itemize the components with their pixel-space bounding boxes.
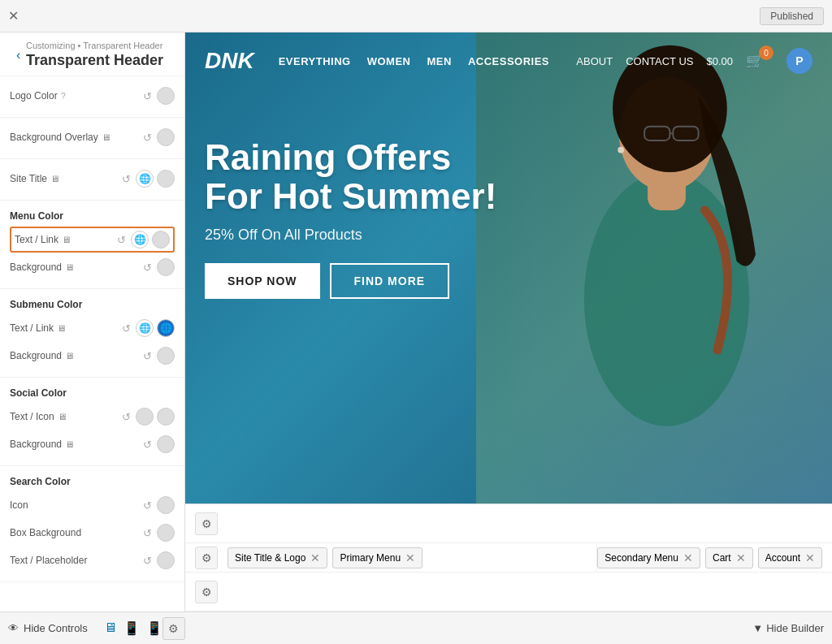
breadcrumb: Customizing • Transparent Header bbox=[26, 41, 175, 50]
submenu-background-reset[interactable]: ↺ bbox=[141, 348, 154, 364]
search-icon-swatch[interactable] bbox=[157, 496, 175, 514]
social-background-row: Background 🖥 ↺ bbox=[10, 431, 175, 457]
published-badge: Published bbox=[760, 7, 824, 25]
menu-text-link-globe[interactable]: 🌐 bbox=[131, 231, 149, 249]
submenu-background-label: Background 🖥 bbox=[10, 350, 141, 361]
monitor-icon: 🖥 bbox=[102, 132, 110, 142]
text-placeholder-controls: ↺ bbox=[141, 551, 175, 569]
logo-color-label: Logo Color ? bbox=[10, 90, 141, 102]
social-text-icon-swatch2[interactable] bbox=[157, 408, 175, 426]
menu-background-label: Background 🖥 bbox=[10, 261, 141, 273]
main-layout: ‹ Customizing • Transparent Header Trans… bbox=[0, 32, 832, 612]
builder-tag-site-title-logo: Site Title & Logo ✕ bbox=[228, 547, 327, 568]
menu-text-link-reset[interactable]: ↺ bbox=[115, 232, 128, 248]
cart-price[interactable]: $0.00 bbox=[706, 55, 733, 67]
shop-now-button[interactable]: SHOP NOW bbox=[205, 263, 320, 299]
social-text-icon-reset[interactable]: ↺ bbox=[120, 409, 132, 425]
menu-background-swatch[interactable] bbox=[157, 258, 175, 276]
background-overlay-row: Background Overlay 🖥 ↺ bbox=[10, 124, 175, 150]
menu-text-link-controls: ↺ 🌐 bbox=[115, 231, 170, 249]
help-icon[interactable]: ? bbox=[61, 91, 66, 101]
monitor-icon-8: 🖥 bbox=[65, 439, 74, 449]
close-button[interactable]: ✕ bbox=[8, 8, 19, 24]
builder-tag-close-site-title[interactable]: ✕ bbox=[310, 551, 320, 564]
bg-overlay-swatch[interactable] bbox=[157, 128, 175, 146]
box-background-reset[interactable]: ↺ bbox=[141, 525, 154, 541]
logo-color-controls: ↺ bbox=[141, 87, 175, 105]
builder-bar: ⚙ ⚙ Site Title & Logo ✕ Primary Menu ✕ bbox=[185, 504, 832, 612]
nav-link-accessories[interactable]: ACCESSORIES bbox=[468, 55, 549, 67]
background-overlay-section: Background Overlay 🖥 ↺ bbox=[0, 118, 184, 159]
builder-gear-2[interactable]: ⚙ bbox=[195, 547, 218, 569]
box-background-controls: ↺ bbox=[141, 524, 175, 542]
hero-nav-right: ABOUT CONTACT US $0.00 🛒 0 P bbox=[576, 48, 812, 74]
hide-builder-button[interactable]: ▼ Hide Builder bbox=[752, 622, 824, 634]
nav-link-men[interactable]: MEN bbox=[427, 55, 451, 67]
builder-row-2: ⚙ Site Title & Logo ✕ Primary Menu ✕ Sec… bbox=[185, 543, 832, 573]
builder-tag-label-primary-menu: Primary Menu bbox=[340, 552, 401, 564]
submenu-globe-2[interactable]: 🌐 bbox=[157, 319, 175, 337]
menu-background-controls: ↺ bbox=[141, 258, 175, 276]
menu-text-link-row: Text / Link 🖥 ↺ 🌐 bbox=[10, 227, 175, 253]
hide-builder-icon: ▼ bbox=[752, 622, 763, 634]
site-title-reset[interactable]: ↺ bbox=[120, 171, 132, 187]
monitor-icon-4: 🖥 bbox=[65, 262, 74, 272]
submenu-background-swatch[interactable] bbox=[157, 347, 175, 365]
tablet-device-icon[interactable]: 📱 bbox=[124, 620, 140, 636]
hero-heading-line2: For Hot Summer! bbox=[205, 176, 496, 216]
logo-reset-button[interactable]: ↺ bbox=[141, 89, 154, 104]
menu-background-reset[interactable]: ↺ bbox=[141, 260, 154, 275]
menu-text-link-swatch[interactable] bbox=[152, 231, 170, 249]
bg-overlay-reset-button[interactable]: ↺ bbox=[141, 130, 154, 145]
box-background-swatch[interactable] bbox=[157, 524, 175, 542]
hero-content: Raining Offers For Hot Summer! 25% Off O… bbox=[205, 138, 496, 299]
text-placeholder-reset[interactable]: ↺ bbox=[141, 553, 154, 568]
background-overlay-controls: ↺ bbox=[141, 128, 175, 146]
submenu-text-link-reset[interactable]: ↺ bbox=[120, 321, 132, 336]
hide-controls-button[interactable]: 👁 Hide Controls bbox=[8, 622, 88, 634]
builder-gear-3[interactable]: ⚙ bbox=[195, 581, 218, 603]
box-background-row: Box Background ↺ bbox=[10, 520, 175, 546]
builder-gear-1[interactable]: ⚙ bbox=[195, 512, 218, 535]
site-title-globe-swatch[interactable]: 🌐 bbox=[136, 170, 154, 188]
user-avatar[interactable]: P bbox=[786, 48, 812, 74]
social-color-section: Social Color Text / Icon 🖥 ↺ Background … bbox=[0, 378, 184, 466]
nav-link-everything[interactable]: EVERYTHING bbox=[279, 55, 351, 67]
builder-tag-close-primary-menu[interactable]: ✕ bbox=[405, 551, 415, 564]
site-title-swatch[interactable] bbox=[157, 170, 175, 188]
builder-row-3: ⚙ bbox=[185, 573, 832, 612]
builder-settings-button[interactable]: ⚙ bbox=[162, 617, 185, 640]
find-more-button[interactable]: FIND MORE bbox=[330, 263, 450, 299]
text-placeholder-swatch[interactable] bbox=[157, 551, 175, 569]
builder-tag-close-cart[interactable]: ✕ bbox=[736, 551, 746, 564]
monitor-icon-6: 🖥 bbox=[65, 351, 74, 361]
nav-link-contact[interactable]: CONTACT US bbox=[626, 55, 693, 67]
desktop-device-icon[interactable]: 🖥 bbox=[104, 620, 117, 636]
site-title-row: Site Title 🖥 ↺ 🌐 bbox=[10, 166, 175, 192]
mobile-device-icon[interactable]: 📱 bbox=[146, 620, 162, 636]
social-color-title: Social Color bbox=[10, 387, 175, 399]
social-background-swatch[interactable] bbox=[157, 435, 175, 453]
nav-link-women[interactable]: WOMEN bbox=[367, 55, 411, 67]
nav-link-about[interactable]: ABOUT bbox=[576, 55, 613, 67]
builder-tag-account: Account ✕ bbox=[758, 547, 822, 568]
builder-tag-close-account[interactable]: ✕ bbox=[805, 551, 815, 564]
builder-tag-close-secondary-menu[interactable]: ✕ bbox=[683, 551, 693, 564]
logo-color-swatch[interactable] bbox=[157, 87, 175, 105]
search-icon-label: Icon bbox=[10, 499, 141, 511]
hero-heading: Raining Offers For Hot Summer! bbox=[205, 138, 496, 217]
search-icon-reset[interactable]: ↺ bbox=[141, 498, 154, 513]
submenu-color-title: Submenu Color bbox=[10, 299, 175, 310]
back-button[interactable]: ‹ bbox=[10, 48, 27, 63]
builder-items-2: Site Title & Logo ✕ Primary Menu ✕ bbox=[218, 547, 596, 568]
monitor-icon-5: 🖥 bbox=[57, 323, 66, 333]
menu-background-row: Background 🖥 ↺ bbox=[10, 254, 175, 280]
submenu-globe-1[interactable]: 🌐 bbox=[136, 319, 154, 337]
social-text-icon-swatch1[interactable] bbox=[136, 408, 154, 426]
search-icon-row: Icon ↺ bbox=[10, 492, 175, 518]
social-background-reset[interactable]: ↺ bbox=[141, 437, 154, 452]
submenu-text-link-controls: ↺ 🌐 🌐 bbox=[120, 319, 175, 337]
builder-tag-label-secondary-menu: Secondary Menu bbox=[604, 552, 678, 564]
box-background-label: Box Background bbox=[10, 527, 141, 538]
svg-point-7 bbox=[618, 147, 625, 153]
